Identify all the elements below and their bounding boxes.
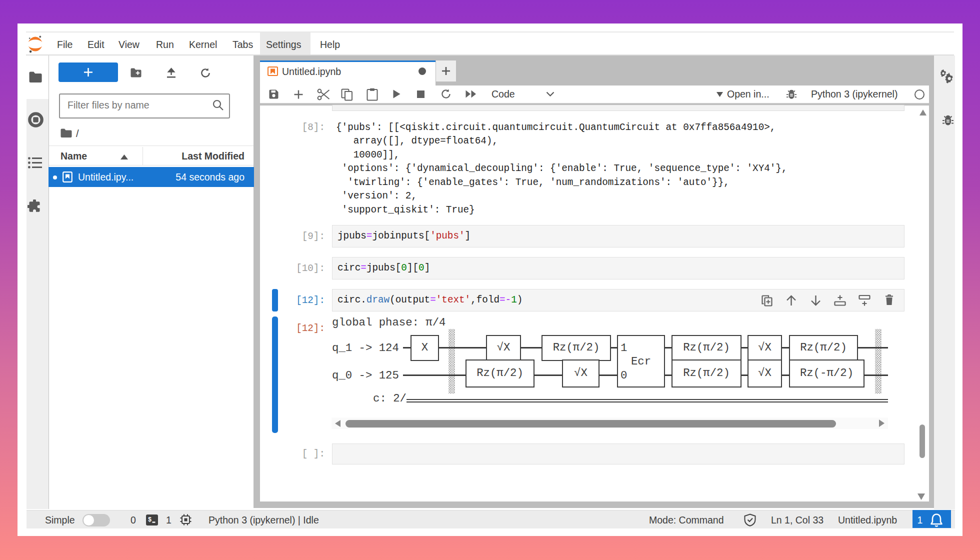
svg-text:$: $	[148, 516, 152, 524]
